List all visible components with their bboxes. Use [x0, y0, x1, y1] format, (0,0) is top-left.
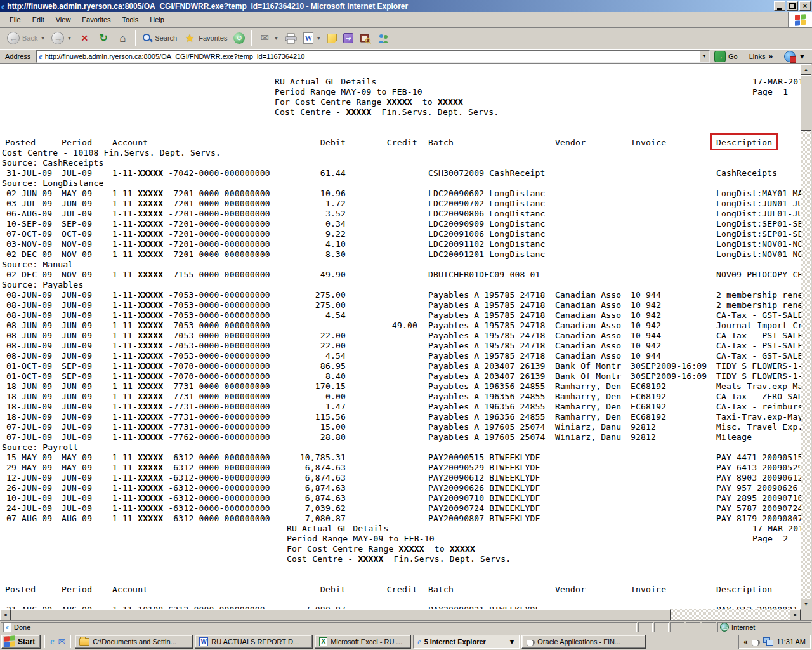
report-section-line: Source: Payables [0, 280, 801, 290]
cell-credit: 49.00 [392, 321, 417, 331]
edit-with-word-button[interactable]: W ▼ [300, 30, 324, 46]
horizontal-scrollbar[interactable]: ◄ ► [0, 609, 801, 620]
report-row: 02-JUN-09MAY-091-11-XXXXX -7201-0000-000… [0, 189, 801, 199]
cell-invoice: EC68192 [631, 381, 666, 392]
cell-period: JUL-09 [62, 493, 92, 503]
search-button[interactable]: Search [139, 30, 180, 46]
pdf-toolbar-button[interactable]: ▼ [780, 50, 809, 63]
vertical-scrollbar[interactable]: ▲ ▼ [801, 64, 811, 609]
report-row: 08-JUN-09JUN-091-11-XXXXX -7053-0000-000… [0, 341, 801, 351]
links-button[interactable]: Links » [745, 50, 776, 63]
discuss-button[interactable] [324, 30, 340, 46]
cell-vendor: Canadian Asso [555, 321, 621, 331]
vertical-scroll-thumb[interactable] [801, 75, 811, 131]
cell-debit: 28.80 [320, 432, 346, 442]
close-icon: × [803, 3, 807, 10]
forward-dropdown-icon[interactable]: ▼ [67, 36, 72, 41]
research-button[interactable] [357, 30, 374, 46]
cell-debit: 115.56 [315, 412, 346, 422]
task-explorer-window[interactable]: C:\Documents and Settin... [75, 635, 193, 649]
report-row: 08-JUN-09JUN-091-11-XXXXX -7053-0000-000… [0, 331, 801, 341]
page-icon: e [39, 53, 42, 60]
close-button[interactable]: × [799, 1, 811, 11]
menu-favorites[interactable]: Favorites [76, 13, 116, 26]
cell-period: JUN-09 [62, 473, 92, 483]
tray-network-icon[interactable] [763, 637, 773, 646]
address-dropdown-button[interactable]: ▼ [699, 51, 709, 62]
cell-debit: 15.00 [320, 422, 346, 432]
task-group-dropdown-icon[interactable]: ▼ [508, 638, 515, 646]
mail-dropdown-icon[interactable]: ▼ [273, 36, 278, 41]
back-button[interactable]: ← Back ▼ [4, 30, 48, 46]
menu-tools[interactable]: Tools [117, 13, 145, 26]
home-icon: ⌂ [116, 32, 129, 44]
edit-dropdown-icon[interactable]: ▼ [316, 36, 321, 41]
cell-account: 1-11-XXXXX -7201-0000-000000000 [112, 219, 270, 229]
page-header-right-text: 17-MAR-2010 [752, 77, 801, 87]
menu-file[interactable]: File [4, 13, 27, 26]
restore-button[interactable] [787, 1, 798, 11]
cell-posted: 21-AUG-09 [6, 605, 52, 609]
cell-batch: PAY20090529 BIWEEKLYDF [428, 463, 540, 473]
page-header-right-text: Page 1 [752, 87, 788, 97]
report-row: 18-JUN-09JUN-091-11-XXXXX -7731-0000-000… [0, 412, 801, 422]
menu-edit[interactable]: Edit [27, 13, 50, 26]
cell-debit: 275.00 [315, 300, 346, 310]
quick-launch-ie-icon[interactable]: e [50, 637, 54, 646]
task-oracle-applications[interactable]: Oracle Applications - FIN... [521, 635, 646, 649]
back-dropdown-icon[interactable]: ▼ [40, 36, 45, 41]
cell-posted: 02-DEC-09 [6, 270, 52, 280]
cell-account: 1-11-XXXXX -7053-0000-000000000 [112, 331, 270, 341]
messenger-people-icon [377, 33, 390, 44]
scroll-left-button[interactable]: ◄ [0, 609, 11, 620]
cell-period: JUN-09 [62, 412, 92, 422]
pdf-dropdown-icon: ▼ [799, 53, 806, 60]
refresh-button[interactable]: ↻ [94, 30, 113, 46]
stop-button[interactable]: ✕ [75, 30, 94, 46]
report-page-header-line: Period Range MAY-09 to FEB-10Page 1 [0, 87, 801, 97]
minimize-button[interactable] [774, 1, 785, 11]
tray-chevron-icon[interactable]: « [743, 638, 747, 646]
cell-description: Journal Import Cre [716, 321, 801, 331]
start-button[interactable]: Start [1, 635, 41, 649]
report-section-line: Source: Payroll [0, 442, 801, 453]
menu-view[interactable]: View [50, 13, 77, 26]
report-row: 18-JUN-09JUN-091-11-XXXXX -7731-0000-000… [0, 392, 801, 402]
export-button[interactable]: ➔ [340, 30, 357, 46]
tray-java-icon[interactable] [751, 637, 759, 646]
cell-period: JUN-09 [62, 483, 92, 493]
section-text: Source: LongDistance [2, 178, 104, 189]
print-button[interactable] [282, 30, 300, 46]
scroll-right-button[interactable]: ► [790, 609, 801, 620]
menu-help[interactable]: Help [144, 13, 170, 26]
horizontal-scroll-thumb[interactable] [11, 609, 671, 620]
mail-button[interactable]: ✉ ▼ [255, 30, 282, 46]
cell-description: 2 membership renew [716, 300, 801, 310]
go-button[interactable]: → Go [713, 50, 742, 63]
favorites-button[interactable]: ★ Favorites [180, 30, 230, 46]
cell-posted: 10-SEP-09 [6, 219, 52, 229]
task-internet-explorer-group[interactable]: e 5 Internet Explorer ▼ [413, 635, 520, 649]
cell-batch: PAY20090821 BIWEEKLYDF [428, 605, 540, 609]
quick-launch-outlook-icon[interactable]: ✉ [58, 637, 66, 647]
task-word-document[interactable]: W RU ACTUALS REPORT D... [195, 635, 313, 649]
cell-period: JUN-09 [62, 402, 92, 412]
cell-period: AUG-09 [62, 605, 92, 609]
home-button[interactable]: ⌂ [113, 30, 132, 46]
forward-button[interactable]: → ▼ [48, 30, 75, 46]
task-excel-workbook[interactable]: X Microsoft Excel - RU ACT... [315, 635, 411, 649]
scroll-up-button[interactable]: ▲ [801, 64, 811, 75]
messenger-button[interactable] [374, 30, 393, 46]
favorites-label: Favorites [199, 34, 227, 42]
cell-invoice: 30SEP2009-16:09 [631, 371, 707, 381]
cell-description: CA-Tax - ZERO-SALE [716, 392, 801, 402]
status-bar: e Done Internet [0, 620, 812, 633]
cell-batch: Payables A 197605 25074 [428, 422, 546, 432]
history-button[interactable]: ↺ [230, 30, 248, 46]
scroll-down-button[interactable]: ▼ [801, 599, 811, 609]
cell-vendor: Canadian Asso [555, 331, 621, 341]
status-pane [654, 622, 669, 632]
address-input[interactable]: e http://finuweb.admin.ryerson.ca:8005/O… [36, 50, 710, 63]
menu-bar: File Edit View Favorites Tools Help [0, 12, 812, 28]
cell-description: TIDY S FLOWERS-1-O [716, 361, 801, 371]
